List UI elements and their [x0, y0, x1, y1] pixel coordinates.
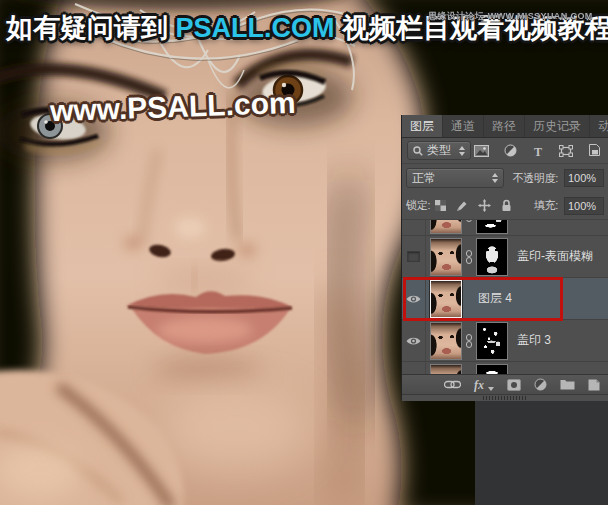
lock-row: 锁定: 填充: 100% — [402, 192, 608, 220]
layer-thumbnail[interactable] — [430, 220, 462, 234]
lock-icons — [435, 199, 512, 212]
layer-name[interactable]: 盖印 3 — [517, 332, 551, 349]
filter-kind-dropdown[interactable]: 类型 — [407, 141, 471, 160]
visibility-off-checkbox[interactable] — [407, 251, 420, 262]
opacity-field[interactable]: 100% — [564, 169, 604, 187]
layer-thumbnail[interactable] — [430, 364, 462, 375]
blend-mode-value: 正常 — [412, 170, 436, 187]
blend-mode-row: 正常 不透明度: 100% — [402, 164, 608, 192]
layer-name[interactable]: 盖印-表面模糊 — [517, 248, 593, 265]
link-icon — [465, 334, 473, 348]
lock-paint-icon[interactable] — [456, 200, 468, 212]
layer-filter-row: 类型 T — [402, 138, 608, 164]
layer-row-partial-top[interactable] — [402, 220, 608, 236]
search-icon — [413, 146, 423, 156]
smart-object-filter-icon[interactable] — [588, 144, 601, 157]
filter-kind-label: 类型 — [427, 142, 451, 159]
adjustment-filter-icon[interactable] — [504, 144, 517, 157]
new-group-icon[interactable] — [560, 379, 575, 390]
caret-down-icon — [488, 387, 494, 391]
link-icon — [465, 250, 473, 264]
banner-brand-link[interactable]: PSALL.COM — [176, 13, 335, 43]
layer-mask-thumbnail[interactable] — [476, 220, 508, 234]
visibility-cell[interactable] — [402, 236, 426, 277]
banner-text-prefix: 如有疑问请到 — [6, 13, 176, 43]
lock-position-icon[interactable] — [478, 199, 491, 212]
panel-resize-grip[interactable] — [402, 394, 608, 401]
new-adjustment-icon[interactable] — [534, 378, 547, 391]
lock-label: 锁定: — [406, 198, 430, 213]
dropdown-arrows-icon — [492, 173, 498, 183]
filter-type-icons: T — [474, 144, 603, 157]
layer-list: 盖印-表面模糊 图层 4 盖印 3 — [402, 220, 608, 374]
tab-history[interactable]: 历史记录 — [525, 115, 590, 137]
type-filter-icon[interactable]: T — [532, 145, 544, 157]
app-workspace-background — [475, 400, 608, 505]
dropdown-arrows-icon — [459, 146, 465, 156]
layer-mask-thumbnail[interactable] — [476, 364, 508, 375]
tab-channels[interactable]: 通道 — [443, 115, 484, 137]
grip-dots-icon — [483, 396, 527, 400]
layer-mask-thumbnail[interactable] — [476, 238, 508, 276]
visibility-cell[interactable] — [402, 362, 426, 374]
layer-row-stamp-3[interactable]: 盖印 3 — [402, 320, 608, 362]
layer-row-layer-4[interactable]: 图层 4 — [402, 278, 608, 320]
fill-field[interactable]: 100% — [564, 197, 604, 215]
lock-transparency-icon[interactable] — [435, 200, 446, 211]
lock-all-icon[interactable] — [501, 199, 512, 212]
eye-icon[interactable] — [406, 294, 421, 304]
tab-actions[interactable]: 动作 — [590, 115, 608, 137]
svg-text:T: T — [534, 145, 542, 157]
layer-name[interactable]: 图层 4 — [478, 290, 512, 307]
panel-tab-bar: 图层 通道 路径 历史记录 动作 — [402, 115, 608, 138]
shape-filter-icon[interactable] — [559, 145, 573, 157]
link-icon — [465, 220, 473, 222]
tab-paths[interactable]: 路径 — [484, 115, 525, 137]
layer-mask-thumbnail[interactable] — [476, 322, 508, 360]
tab-layers[interactable]: 图层 — [402, 115, 443, 137]
layer-thumbnail[interactable] — [430, 280, 462, 318]
layer-thumbnail[interactable] — [430, 322, 462, 360]
blend-mode-dropdown[interactable]: 正常 — [406, 168, 504, 188]
fill-label: 填充: — [534, 198, 558, 213]
visibility-cell[interactable] — [402, 278, 426, 319]
layer-row-stamp-surface-blur[interactable]: 盖印-表面模糊 — [402, 236, 608, 278]
layer-thumbnail[interactable] — [430, 238, 462, 276]
layer-style-icon[interactable]: fx — [474, 379, 484, 391]
add-mask-icon[interactable] — [507, 379, 521, 391]
opacity-label: 不透明度: — [512, 171, 558, 186]
new-layer-icon[interactable] — [588, 379, 600, 391]
visibility-cell[interactable] — [402, 320, 426, 361]
layers-panel: 图层 通道 路径 历史记录 动作 类型 T 正常 不透明度: 100% 锁定: — [401, 115, 608, 400]
visibility-cell[interactable] — [402, 220, 426, 235]
link-layers-icon[interactable] — [444, 380, 461, 389]
forum-watermark: 思缘设计论坛-WWW.MISSYUAN.COM — [428, 10, 593, 23]
layer-row-partial-bottom[interactable] — [402, 362, 608, 374]
panel-footer-toolbar: fx — [402, 374, 608, 394]
pixel-filter-icon[interactable] — [474, 145, 489, 157]
eye-icon[interactable] — [406, 336, 421, 346]
